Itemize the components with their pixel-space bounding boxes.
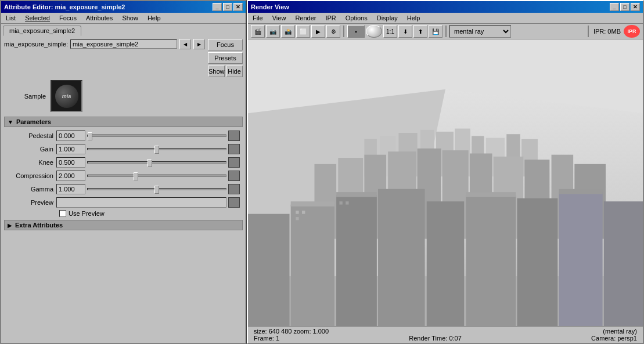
rv-maximize-button[interactable]: □ (620, 3, 629, 11)
param-color-btn-knee[interactable] (228, 157, 240, 168)
status-line-2: Frame: 1 Render Time: 0:07 Camera: persp… (254, 335, 637, 342)
toolbar-snapshot-icon[interactable]: 📸 (281, 25, 295, 38)
attr-editor-title: Attribute Editor: mia_exposure_simple2 (4, 3, 125, 10)
param-input-pedestal[interactable] (56, 131, 85, 141)
svg-rect-39 (296, 211, 298, 213)
rv-menu-ipr[interactable]: IPR (323, 14, 337, 22)
svg-rect-36 (336, 192, 377, 197)
render-view-title: Render View (251, 3, 289, 10)
node-name-input[interactable] (70, 39, 177, 49)
param-label-gain: Gain (7, 146, 56, 153)
slider-knee[interactable] (87, 157, 226, 168)
toolbar-batch-icon[interactable]: ⚙ (326, 25, 340, 38)
slider-pedestal[interactable] (87, 131, 226, 141)
status-render-time: Render Time: 0:07 (409, 335, 462, 342)
menu-help[interactable]: Help (146, 14, 163, 22)
svg-rect-27 (291, 205, 334, 326)
menu-show[interactable]: Show (120, 14, 140, 22)
rv-menu-render[interactable]: Render (293, 14, 318, 22)
param-color-btn-compression[interactable] (228, 171, 240, 181)
svg-rect-41 (296, 217, 298, 220)
focus-button[interactable]: Focus (208, 39, 243, 50)
slider-compression[interactable] (87, 171, 226, 181)
toolbar-ul-icon[interactable]: ⬆ (413, 25, 427, 38)
node-type-label: mia_exposure_simple: (4, 41, 68, 48)
minimize-button[interactable]: _ (213, 3, 222, 11)
param-color-btn-gamma[interactable] (228, 184, 240, 194)
toolbar-save-icon[interactable]: 💾 (429, 25, 442, 38)
param-label-gamma: Gamma (7, 186, 56, 193)
param-input-gain[interactable] (56, 144, 85, 154)
attr-editor-content: mia_exposure_simple: ◀ ▶ Focus Presets S… (1, 36, 246, 343)
param-input-preview[interactable] (56, 197, 226, 208)
toolbar-color-icon[interactable]: ▪ (347, 25, 365, 38)
sample-label: Sample (4, 93, 51, 100)
rv-minimize-button[interactable]: _ (610, 3, 619, 11)
param-input-knee[interactable] (56, 157, 85, 168)
svg-rect-43 (346, 201, 348, 204)
toolbar-ratio-icon[interactable]: 1:1 (383, 25, 397, 38)
parameters-section-header[interactable]: ▼ Parameters (4, 117, 243, 127)
status-renderer: (mental ray) (603, 328, 637, 335)
param-input-compression[interactable] (56, 171, 85, 181)
param-row-gamma: Gamma (7, 183, 240, 195)
toolbar-ipr-icon[interactable]: 📷 (266, 25, 280, 38)
toolbar-render-icon[interactable]: 🎬 (251, 25, 265, 38)
param-color-btn-preview[interactable] (228, 197, 240, 208)
sample-swatch: mia (51, 80, 82, 112)
attribute-editor-panel: Attribute Editor: mia_exposure_simple2 _… (0, 0, 247, 344)
tab-bar: mia_exposure_simple2 (1, 24, 246, 36)
slider-gain[interactable] (87, 144, 226, 154)
maximize-button[interactable]: □ (223, 3, 232, 11)
tab-mia-exposure[interactable]: mia_exposure_simple2 (3, 26, 81, 36)
param-color-btn-gain[interactable] (228, 144, 240, 154)
extra-attributes-title: Extra Attributes (15, 222, 63, 229)
menu-selected[interactable]: Selected (23, 14, 52, 22)
toolbar-sequence-icon[interactable]: ▶ (311, 25, 325, 38)
svg-rect-35 (291, 201, 334, 207)
svg-rect-34 (604, 201, 643, 326)
svg-rect-37 (466, 192, 516, 197)
param-color-btn-pedestal[interactable] (228, 131, 240, 141)
menu-focus[interactable]: Focus (57, 14, 78, 22)
mia-logo: mia (55, 85, 78, 108)
menu-attributes[interactable]: Attributes (84, 14, 114, 22)
rv-close-button[interactable]: ✕ (631, 3, 640, 11)
svg-rect-40 (302, 211, 305, 213)
render-canvas (248, 39, 643, 326)
param-input-gamma[interactable] (56, 184, 85, 194)
toolbar-region-icon[interactable]: ⬜ (296, 25, 310, 38)
render-toolbar: 🎬 📷 📸 ⬜ ▶ ⚙ ▪ 1:1 ⬇ ⬆ 💾 mental ray Maya … (248, 24, 643, 39)
menu-list[interactable]: List (4, 14, 17, 22)
toolbar-sep2 (445, 26, 447, 37)
svg-rect-38 (559, 189, 602, 194)
svg-rect-31 (466, 195, 516, 326)
param-row-gain: Gain (7, 143, 240, 155)
rv-menu-view[interactable]: View (271, 14, 288, 22)
param-label-preview: Preview (7, 199, 56, 206)
rv-menu-file[interactable]: File (251, 14, 265, 22)
nav-prev-button[interactable]: ◀ (179, 39, 191, 49)
extra-attributes-section-header[interactable]: ▶ Extra Attributes (4, 220, 243, 230)
hide-button[interactable]: Hide (226, 66, 243, 77)
param-label-pedestal: Pedestal (7, 132, 56, 139)
presets-button[interactable]: Presets (208, 52, 243, 64)
rv-menu-display[interactable]: Display (375, 14, 400, 22)
status-frame: Frame: 1 (254, 335, 279, 342)
close-button[interactable]: ✕ (233, 3, 243, 11)
nav-next-button[interactable]: ▶ (193, 39, 205, 49)
show-button[interactable]: Show (208, 66, 225, 77)
renderer-dropdown[interactable]: mental ray Maya Software Maya Hardware (449, 25, 511, 38)
slider-gamma[interactable] (87, 184, 226, 194)
param-row-preview: Preview (7, 197, 240, 208)
use-preview-label: Use Preview (69, 210, 105, 217)
rv-menu-options[interactable]: Options (344, 14, 369, 22)
toolbar-dl-icon[interactable]: ⬇ (398, 25, 412, 38)
params-table: Pedestal Gain (4, 130, 243, 217)
toolbar-sep3 (588, 26, 589, 37)
toolbar-sphere-icon[interactable] (366, 25, 382, 38)
param-row-knee: Knee (7, 157, 240, 168)
use-preview-checkbox[interactable] (59, 210, 66, 217)
ipr-badge: IPR (624, 25, 640, 38)
rv-menu-help[interactable]: Help (405, 14, 422, 22)
